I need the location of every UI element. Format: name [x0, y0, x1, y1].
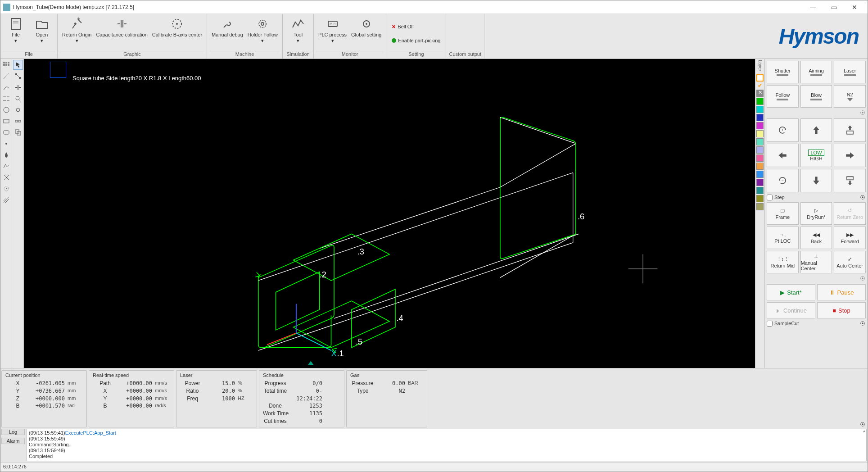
low-high-button[interactable]: LOWHIGH: [800, 144, 832, 167]
gear-icon[interactable]: [859, 275, 866, 281]
layer-swatch[interactable]: [756, 106, 764, 113]
viewport[interactable]: Square tube Side length20 X R1.8 X Lengt…: [24, 59, 755, 368]
tool-button[interactable]: Tool▾: [285, 16, 311, 51]
hatch-tool[interactable]: [1, 195, 11, 205]
layer-swatch[interactable]: [756, 146, 764, 154]
curve-tool[interactable]: [1, 82, 11, 92]
grid-snap-tool[interactable]: [1, 60, 11, 70]
gear-icon[interactable]: [859, 194, 866, 200]
layer-swatch[interactable]: [756, 195, 764, 202]
navigator-box[interactable]: [50, 62, 66, 78]
gas-panel: Gas Pressure0.00BAR TypeN2: [346, 370, 427, 427]
select-tool[interactable]: [13, 60, 23, 70]
plc-process-button[interactable]: PLCPLC process▾: [316, 16, 348, 51]
stop-button[interactable]: ■Stop: [817, 302, 866, 318]
n2-button[interactable]: N2: [834, 85, 866, 108]
step-checkbox[interactable]: Step: [767, 195, 785, 200]
jog-up-button[interactable]: [800, 118, 832, 142]
maximize-button[interactable]: ▭: [823, 0, 844, 14]
drop-tool[interactable]: [1, 150, 11, 160]
continue-button[interactable]: ⏵Continue: [767, 302, 815, 318]
point-tool[interactable]: [1, 139, 11, 149]
line-tool[interactable]: [1, 71, 11, 81]
z-up-button[interactable]: [834, 118, 866, 142]
global-setting-button[interactable]: Global setting: [349, 16, 383, 51]
layer-swatch[interactable]: [756, 74, 764, 82]
layer-swatch[interactable]: [756, 122, 764, 129]
svg-rect-14: [3, 64, 5, 66]
circle-small-tool[interactable]: [13, 105, 23, 115]
manual-debug-button[interactable]: Manual debug: [210, 16, 245, 51]
shutter-button[interactable]: Shutter: [767, 61, 799, 83]
zoom-tool[interactable]: [13, 94, 23, 104]
layer-swatch[interactable]: [756, 98, 764, 105]
layer-swatch[interactable]: [756, 203, 764, 210]
follow-button[interactable]: Follow: [767, 85, 799, 108]
jog-right-button[interactable]: [834, 144, 866, 167]
pan-tool[interactable]: [13, 82, 23, 92]
return-origin-button[interactable]: Return Origin▾: [60, 16, 93, 51]
samplecut-checkbox[interactable]: SampleCut: [767, 321, 799, 327]
gear-icon[interactable]: [859, 421, 866, 427]
svg-point-5: [259, 20, 266, 27]
alarm-tab[interactable]: Alarm: [1, 438, 25, 444]
layer-swatch[interactable]: [756, 187, 764, 194]
cross-tool[interactable]: [1, 172, 11, 182]
svg-line-17: [4, 73, 9, 79]
pause-button[interactable]: ⏸Pause: [817, 284, 866, 300]
rotate-ccw-button[interactable]: +: [767, 118, 799, 142]
holder-follow-button[interactable]: Holder Follow▾: [246, 16, 280, 51]
minimize-button[interactable]: —: [803, 0, 823, 14]
polyline-tool[interactable]: [1, 161, 11, 171]
file-button[interactable]: File▾: [3, 16, 28, 51]
node-edit-tool[interactable]: [13, 71, 23, 81]
dryrun-button[interactable]: ▷DryRun*: [800, 202, 832, 225]
svg-rect-15: [5, 64, 7, 66]
auto-center-button[interactable]: ⤢Auto Center: [834, 251, 866, 273]
copies-tool[interactable]: [13, 127, 23, 137]
window-title: Hymson_Tube(Demo Mode) temp.zzx [7.21.17…: [13, 4, 803, 10]
z-down-button[interactable]: [834, 169, 866, 192]
bevel-rect-tool[interactable]: [1, 127, 11, 137]
layer-swatch[interactable]: [756, 138, 764, 145]
gear-icon[interactable]: [859, 320, 866, 327]
log-output[interactable]: (09/13 15:59:41)ExecutePLC:App_Start (09…: [27, 429, 867, 461]
center-tool[interactable]: [1, 184, 11, 194]
layer-swatch[interactable]: [756, 171, 764, 178]
layer-close-icon[interactable]: ✕: [756, 90, 764, 97]
current-position-panel: Current position X-0261.005mm Y+0736.667…: [1, 370, 87, 427]
return-mid-button[interactable]: ⋮↕⋮Return Mid: [767, 251, 799, 273]
layer-swatch[interactable]: [756, 179, 764, 186]
break-tool[interactable]: [13, 116, 23, 126]
layer-swatch[interactable]: [756, 130, 764, 137]
chevron-up-icon[interactable]: ^: [863, 430, 865, 435]
log-tab[interactable]: Log: [1, 429, 25, 435]
blow-button[interactable]: Blow: [800, 85, 832, 108]
layer-swatch[interactable]: [756, 163, 764, 170]
aiming-button[interactable]: Aiming: [800, 61, 832, 83]
close-button[interactable]: ✕: [844, 0, 865, 14]
layer-swatch[interactable]: [756, 154, 764, 162]
rect-tool[interactable]: [1, 116, 11, 126]
pt-loc-button[interactable]: →.Pt LOC: [767, 227, 799, 249]
open-button[interactable]: Open▾: [29, 16, 54, 51]
bell-off-toggle[interactable]: ✕Bell Off: [389, 21, 443, 32]
frame-button[interactable]: ▢Frame: [767, 202, 799, 225]
back-button[interactable]: ◀◀Back: [800, 227, 832, 249]
return-zero-button[interactable]: ↺Return Zero: [834, 202, 866, 225]
capacitance-calibration-button[interactable]: Capacitance calibration: [94, 16, 149, 51]
circle-large-tool[interactable]: [1, 105, 11, 115]
jog-left-button[interactable]: [767, 144, 799, 167]
jog-down-button[interactable]: [800, 169, 832, 192]
calibrate-b-axis-button[interactable]: Calibrate B-axis center: [150, 16, 204, 51]
laser-button[interactable]: Laser: [834, 61, 866, 83]
mirror-tool[interactable]: [1, 94, 11, 104]
rotate-cw-button[interactable]: −: [767, 169, 799, 192]
enable-part-picking-toggle[interactable]: Enable part-picking: [389, 35, 443, 46]
layer-swatch[interactable]: [756, 114, 764, 121]
gear-icon[interactable]: [859, 109, 866, 116]
manual-center-button[interactable]: ⊥Manual Center: [800, 251, 832, 273]
start-button[interactable]: ▶Start*: [767, 284, 815, 300]
forward-button[interactable]: ▶▶Forward: [834, 227, 866, 249]
svg-point-33: [16, 96, 19, 100]
